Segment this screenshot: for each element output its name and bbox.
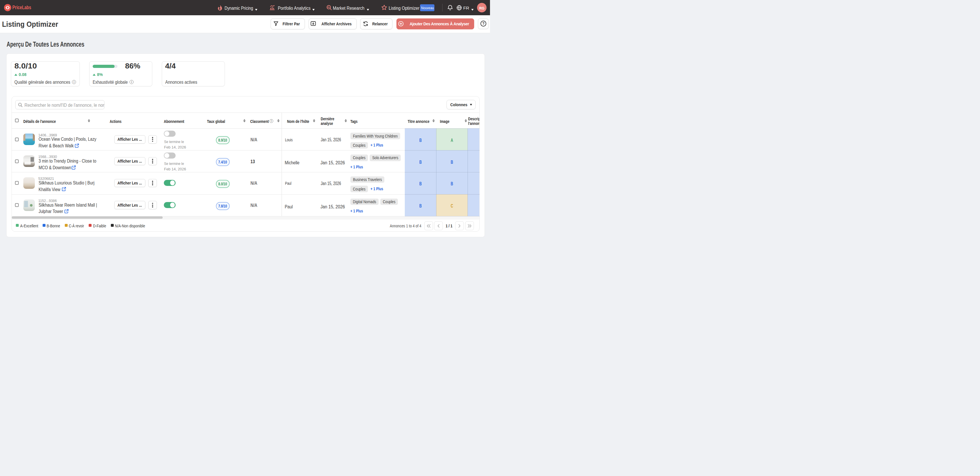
svg-text:?: ? [482, 22, 485, 25]
